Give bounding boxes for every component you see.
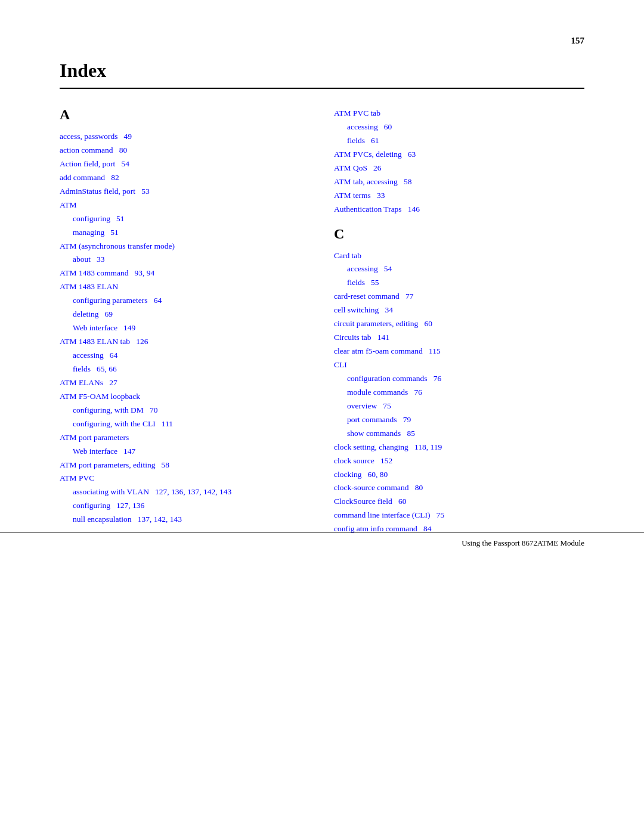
page-number: 157 bbox=[571, 36, 585, 46]
list-item[interactable]: circuit parameters, editing 60 bbox=[334, 317, 584, 331]
list-item[interactable]: ATM terms 33 bbox=[334, 189, 584, 203]
list-item[interactable]: ATM PVCs, deleting 63 bbox=[334, 148, 584, 162]
list-item[interactable]: add command 82 bbox=[60, 171, 310, 185]
footer-text: Using the Passport 8672ATME Module bbox=[462, 538, 584, 548]
list-item[interactable]: accessing 54 bbox=[334, 262, 584, 276]
list-item[interactable]: configuring, with the CLI 111 bbox=[60, 417, 310, 431]
list-item[interactable]: Authentication Traps 146 bbox=[334, 203, 584, 216]
list-item[interactable]: overview 75 bbox=[334, 400, 584, 413]
list-item[interactable]: ClockSource field 60 bbox=[334, 495, 584, 509]
left-column: A access, passwords 49 action command 80… bbox=[60, 107, 310, 536]
index-columns: A access, passwords 49 action command 80… bbox=[60, 107, 584, 536]
list-item[interactable]: fields 55 bbox=[334, 276, 584, 290]
list-item[interactable]: associating with VLAN 127, 136, 137, 142… bbox=[60, 485, 310, 499]
list-item[interactable]: null encapsulation 137, 142, 143 bbox=[60, 513, 310, 527]
list-item[interactable]: configuring parameters 64 bbox=[60, 294, 310, 308]
list-item[interactable]: ATM 1483 ELAN bbox=[60, 280, 310, 294]
list-item[interactable]: port commands 79 bbox=[334, 413, 584, 427]
list-item[interactable]: ATM port parameters bbox=[60, 431, 310, 445]
list-item[interactable]: ATM (asynchronous transfer mode) bbox=[60, 240, 310, 253]
list-item[interactable]: action command 80 bbox=[60, 144, 310, 157]
list-item[interactable]: configuration commands 76 bbox=[334, 372, 584, 386]
list-item[interactable]: accessing 60 bbox=[334, 120, 584, 134]
list-item[interactable]: cell switching 34 bbox=[334, 304, 584, 317]
list-item[interactable]: fields 61 bbox=[334, 134, 584, 148]
list-item[interactable]: clock-source command 80 bbox=[334, 481, 584, 495]
list-item[interactable]: command line interface (CLI) 75 bbox=[334, 509, 584, 522]
list-item[interactable]: card-reset command 77 bbox=[334, 290, 584, 304]
page-container: 157 Index A access, passwords 49 action … bbox=[0, 0, 644, 572]
list-item[interactable]: show commands 85 bbox=[334, 427, 584, 441]
list-item[interactable]: ATM 1483 ELAN tab 126 bbox=[60, 335, 310, 349]
list-item[interactable]: ATM tab, accessing 58 bbox=[334, 175, 584, 189]
list-item[interactable]: managing 51 bbox=[60, 226, 310, 240]
list-item[interactable]: ATM QoS 26 bbox=[334, 162, 584, 175]
list-item[interactable]: configuring 51 bbox=[60, 212, 310, 226]
page-footer: Using the Passport 8672ATME Module bbox=[0, 532, 644, 548]
index-title: Index bbox=[60, 60, 584, 89]
section-a-letter: A bbox=[60, 107, 310, 123]
list-item[interactable]: ATM PVC tab bbox=[334, 107, 584, 120]
list-item[interactable]: accessing 64 bbox=[60, 349, 310, 363]
right-column: ATM PVC tab accessing 60 fields 61 ATM P… bbox=[334, 107, 584, 536]
section-c-letter: C bbox=[334, 226, 584, 242]
list-item[interactable]: ATM port parameters, editing 58 bbox=[60, 459, 310, 472]
list-item[interactable]: access, passwords 49 bbox=[60, 130, 310, 144]
list-item[interactable]: module commands 76 bbox=[334, 386, 584, 400]
list-item[interactable]: ATM F5-OAM loopback bbox=[60, 390, 310, 404]
list-item[interactable]: Action field, port 54 bbox=[60, 157, 310, 171]
list-item[interactable]: configuring, with DM 70 bbox=[60, 404, 310, 417]
list-item[interactable]: deleting 69 bbox=[60, 308, 310, 321]
list-item[interactable]: clock setting, changing 118, 119 bbox=[334, 441, 584, 454]
list-item[interactable]: ATM bbox=[60, 199, 310, 212]
list-item[interactable]: clear atm f5-oam command 115 bbox=[334, 345, 584, 358]
list-item[interactable]: Circuits tab 141 bbox=[334, 331, 584, 345]
list-item[interactable]: configuring 127, 136 bbox=[60, 499, 310, 513]
list-item[interactable]: Web interface 147 bbox=[60, 445, 310, 459]
list-item[interactable]: ATM PVC bbox=[60, 472, 310, 485]
list-item[interactable]: CLI bbox=[334, 358, 584, 372]
list-item[interactable]: AdminStatus field, port 53 bbox=[60, 185, 310, 199]
list-item[interactable]: Card tab bbox=[334, 249, 584, 263]
list-item[interactable]: fields 65, 66 bbox=[60, 363, 310, 376]
list-item[interactable]: ATM 1483 command 93, 94 bbox=[60, 267, 310, 280]
list-item[interactable]: clock source 152 bbox=[334, 454, 584, 468]
list-item[interactable]: ATM ELANs 27 bbox=[60, 376, 310, 390]
list-item[interactable]: clocking 60, 80 bbox=[334, 468, 584, 482]
list-item[interactable]: Web interface 149 bbox=[60, 321, 310, 335]
list-item[interactable]: about 33 bbox=[60, 253, 310, 267]
